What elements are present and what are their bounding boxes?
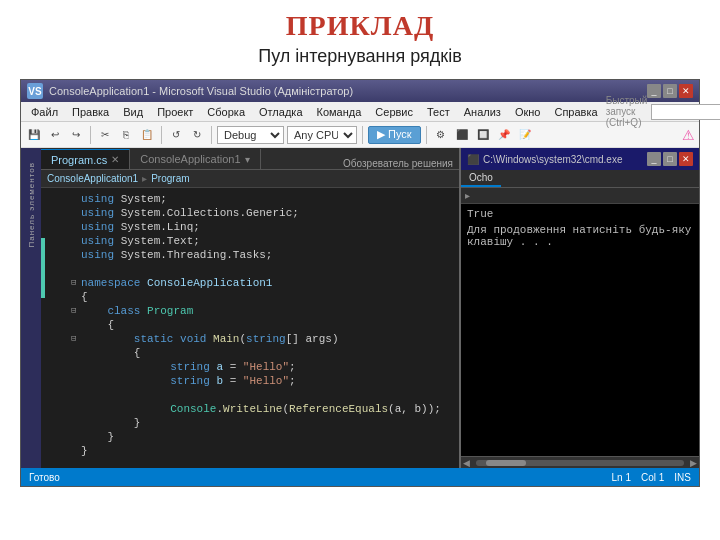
breadcrumb-sep: ▸	[142, 173, 147, 184]
toolbar-separator-3	[211, 126, 212, 144]
tab-dropdown-project[interactable]: ▾	[245, 154, 250, 165]
cmd-tab-ocho[interactable]: Ocho	[461, 170, 501, 187]
toolbar-extra-btn-4[interactable]: 📌	[495, 126, 513, 144]
cmd-breadcrumb-text: ▸	[465, 190, 470, 201]
breadcrumb-project[interactable]: ConsoleApplication1	[47, 173, 138, 184]
editor-tabs: Program.cs ✕ ConsoleApplication1 ▾ Обозр…	[41, 148, 459, 170]
cmd-scroll-right-btn[interactable]: ▶	[688, 458, 699, 468]
cmd-output-line-1: True	[467, 208, 693, 220]
code-line-3: using System.Linq;	[41, 220, 459, 234]
menu-tools[interactable]: Сервис	[369, 102, 419, 121]
cmd-tabs-bar: Ocho	[461, 170, 699, 188]
cmd-title-buttons: _ □ ✕	[647, 152, 693, 166]
editor-breadcrumb: ConsoleApplication1 ▸ Program	[41, 170, 459, 188]
cmd-close-btn[interactable]: ✕	[679, 152, 693, 166]
status-ln: Ln 1	[612, 472, 631, 483]
vs-window: VS ConsoleApplication1 - Microsoft Visua…	[20, 79, 700, 487]
code-line-13: string a = "Hello";	[41, 360, 459, 374]
menu-team[interactable]: Команда	[311, 102, 368, 121]
menu-debug[interactable]: Отладка	[253, 102, 308, 121]
code-line-19: }	[41, 444, 459, 458]
vs-main-content: Панель элементов Program.cs ✕ ConsoleApp…	[21, 148, 699, 468]
cmd-scroll-thumb[interactable]	[486, 460, 526, 466]
vs-toolbox-sidebar[interactable]: Панель элементов	[21, 148, 41, 468]
search-placeholder-label: Быстрый запуск (Ctrl+Q)	[606, 95, 648, 128]
code-line-4: using System.Text;	[41, 234, 459, 248]
cmd-maximize-btn[interactable]: □	[663, 152, 677, 166]
code-line-11: ⊟ static void Main(string[] args)	[41, 332, 459, 346]
menu-file[interactable]: Файл	[25, 102, 64, 121]
toolbar-cut-btn[interactable]: ✂	[96, 126, 114, 144]
code-line-15	[41, 388, 459, 402]
toolbar-separator-4	[362, 126, 363, 144]
menu-project[interactable]: Проект	[151, 102, 199, 121]
code-line-7: ⊟ namespace ConsoleApplication1	[41, 276, 459, 290]
status-ready: Готово	[29, 472, 60, 483]
cmd-minimize-btn[interactable]: _	[647, 152, 661, 166]
toolbar-copy-btn[interactable]: ⎘	[117, 126, 135, 144]
vs-titlebar-text: ConsoleApplication1 - Microsoft Visual S…	[49, 85, 641, 97]
vs-titlebar: VS ConsoleApplication1 - Microsoft Visua…	[21, 80, 699, 102]
code-line-16: Console.WriteLine(ReferenceEquals(a, b))…	[41, 402, 459, 416]
tab-close-program-cs[interactable]: ✕	[111, 154, 119, 165]
code-line-2: using System.Collections.Generic;	[41, 206, 459, 220]
menu-view[interactable]: Вид	[117, 102, 149, 121]
toolbar-warning-icon: ⚠	[682, 127, 695, 143]
toolbar-redo-btn[interactable]: ↻	[188, 126, 206, 144]
cmd-scroll-left-btn[interactable]: ◀	[461, 458, 472, 468]
cmd-breadcrumb: ▸	[461, 188, 699, 204]
code-line-5: using System.Threading.Tasks;	[41, 248, 459, 262]
tab-program-cs[interactable]: Program.cs ✕	[41, 149, 130, 169]
tab-project[interactable]: ConsoleApplication1 ▾	[130, 149, 260, 169]
code-area[interactable]: using System; using System.Collections.G…	[41, 188, 459, 468]
debug-config-dropdown[interactable]: Debug Release	[217, 126, 284, 144]
tab-label-program-cs: Program.cs	[51, 154, 107, 166]
quick-search-input[interactable]	[651, 104, 720, 120]
tab-right-section: Обозреватель решения	[337, 158, 459, 169]
toolbar-undo-btn[interactable]: ↺	[167, 126, 185, 144]
toolbar-forward-btn[interactable]: ↪	[67, 126, 85, 144]
status-ins: INS	[674, 472, 691, 483]
code-editor: Program.cs ✕ ConsoleApplication1 ▾ Обозр…	[41, 148, 459, 468]
toolbar-extra-btn-5[interactable]: 📝	[516, 126, 534, 144]
cmd-output: True Для продовження натисніть будь-яку …	[461, 204, 699, 456]
toolbar-separator-5	[426, 126, 427, 144]
toolbar-separator-2	[161, 126, 162, 144]
toolbar-paste-btn[interactable]: 📋	[138, 126, 156, 144]
tab-label-project: ConsoleApplication1	[140, 153, 240, 165]
toolbar-separator-1	[90, 126, 91, 144]
breadcrumb-program[interactable]: Program	[151, 173, 189, 184]
menubar-right: Быстрый запуск (Ctrl+Q)	[606, 95, 720, 128]
cmd-titlebar: ⬛ C:\Windows\system32\cmd.exe _ □ ✕	[461, 148, 699, 170]
run-button[interactable]: ▶ Пуск	[368, 126, 421, 144]
code-line-12: {	[41, 346, 459, 360]
menu-build[interactable]: Сборка	[201, 102, 251, 121]
toolbar-save-btn[interactable]: 💾	[25, 126, 43, 144]
page-subtitle: Пул інтернування рядків	[0, 46, 720, 67]
toolbar-back-btn[interactable]: ↩	[46, 126, 64, 144]
menu-window[interactable]: Окно	[509, 102, 547, 121]
toolbar-extra-btn-1[interactable]: ⚙	[432, 126, 450, 144]
menu-help[interactable]: Справка	[548, 102, 603, 121]
menu-edit[interactable]: Правка	[66, 102, 115, 121]
status-right: Ln 1 Col 1 INS	[612, 472, 692, 483]
cmd-scroll-track[interactable]	[476, 460, 684, 466]
tab-label-debug: Обозреватель решения	[343, 158, 453, 169]
menu-analyze[interactable]: Анализ	[458, 102, 507, 121]
code-line-8: {	[41, 290, 459, 304]
code-line-18: }	[41, 430, 459, 444]
toolbox-label: Панель элементов	[27, 162, 36, 248]
vs-toolbar: 💾 ↩ ↪ ✂ ⎘ 📋 ↺ ↻ Debug Release Any CPU x8…	[21, 122, 699, 148]
page-title: ПРИКЛАД	[0, 0, 720, 42]
vs-statusbar: Готово Ln 1 Col 1 INS	[21, 468, 699, 486]
code-line-17: }	[41, 416, 459, 430]
menu-test[interactable]: Тест	[421, 102, 456, 121]
toolbar-extra-btn-2[interactable]: ⬛	[453, 126, 471, 144]
cmd-output-line-2: Для продовження натисніть будь-яку клаві…	[467, 224, 693, 248]
code-line-10: {	[41, 318, 459, 332]
status-col: Col 1	[641, 472, 664, 483]
cpu-dropdown[interactable]: Any CPU x86 x64	[287, 126, 357, 144]
code-line-14: string b = "Hello";	[41, 374, 459, 388]
cmd-scrollbar[interactable]: ◀ ▶	[461, 456, 699, 468]
toolbar-extra-btn-3[interactable]: 🔲	[474, 126, 492, 144]
